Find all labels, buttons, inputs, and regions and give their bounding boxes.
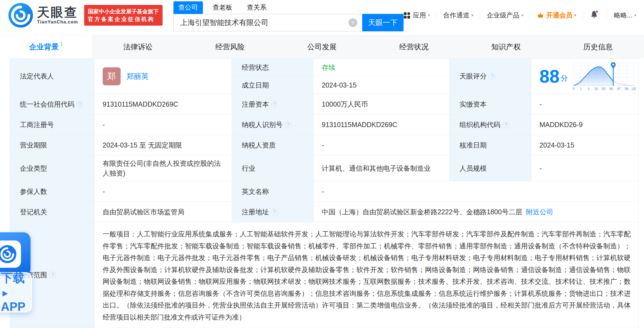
- chevron-down-icon: ▾: [521, 13, 523, 18]
- tianyancha-logo-icon: [8, 3, 33, 28]
- chevron-down-icon: ▾: [574, 13, 576, 18]
- nearby-companies-link[interactable]: 附近公司: [526, 207, 553, 216]
- nav-divider: [480, 11, 480, 19]
- help-icon[interactable]: ?: [49, 272, 56, 278]
- nav-user-menu[interactable]: 略略...▾: [614, 11, 636, 20]
- score-distribution-chart: 0 1 3 15 50 85 97 99 100: [572, 62, 636, 91]
- insured-value: -: [94, 181, 232, 202]
- staff-value: -: [531, 155, 639, 181]
- search-area: 查公司 查老板 查关系 × 天眼一下: [173, 1, 404, 31]
- clear-search-icon[interactable]: ×: [349, 18, 357, 27]
- score-value-cell: 88分 0 1 3: [531, 59, 639, 94]
- nav-apps[interactable]: 应用▾: [404, 11, 430, 20]
- nav-divider: [437, 11, 437, 19]
- industry-value: 计算机、通信和其他电子设备制造业: [314, 155, 450, 181]
- paid-capital-label: 实缴资本: [450, 94, 531, 115]
- notifications-bell[interactable]: [590, 10, 599, 21]
- table-row: 工商注册号 - 纳税人识别号? 91310115MADDKD269C 组织机构代…: [10, 115, 639, 135]
- top-nav: 应用▾ 合作通道▾ 企业级产品▾ 开通会员▾ 略略...▾: [404, 10, 636, 21]
- nav-divider: [607, 11, 607, 19]
- svg-text:0: 0: [573, 87, 575, 91]
- search-tab-company[interactable]: 查公司: [173, 1, 203, 14]
- help-icon[interactable]: ?: [77, 101, 83, 108]
- app-download-widget[interactable]: 下载▶ APP: [0, 232, 33, 312]
- apps-grid-icon: [404, 12, 410, 19]
- brand-name: 天眼查: [37, 6, 78, 19]
- search-input-wrap: ×: [173, 14, 362, 31]
- company-section-tabs: 企业背景 1 法律诉讼 经营风险 公司发展 经营状况 知识产权 历史信息: [0, 35, 644, 58]
- authority-value: 自由贸易试验区市场监管局: [94, 202, 232, 222]
- table-row: 经营范围? 一般项目：人工智能行业应用系统集成服务；人工智能基础软件开发；人工智…: [10, 222, 639, 328]
- crown-icon: [537, 12, 544, 19]
- address-text: 中国（上海）自由贸易试验区新金桥路2222号、金穗路1800号二层: [322, 207, 522, 216]
- tab-background[interactable]: 企业背景 1: [0, 35, 92, 58]
- avatar[interactable]: 郑: [103, 67, 121, 85]
- nav-enterprise-label: 企业级产品: [487, 11, 519, 20]
- company-type-label: 企业类型: [10, 155, 94, 181]
- uscc-label: 统一社会信用代码?: [10, 94, 94, 115]
- nav-divider: [530, 11, 530, 19]
- tab-development[interactable]: 公司发展: [276, 35, 368, 58]
- search-tabs: 查公司 查老板 查关系: [173, 1, 404, 14]
- company-info-table: 法定代表人 郑 郑丽英 经营状态 存续 成立日期 2024-03-15 天眼评分…: [10, 58, 639, 328]
- table-row: 成立日期 2024-03-15: [232, 76, 450, 94]
- svg-text:97: 97: [617, 87, 621, 91]
- tab-operation[interactable]: 经营状况: [368, 35, 460, 58]
- tianyancha-app-logo-icon: [0, 244, 17, 264]
- help-icon[interactable]: ?: [285, 121, 292, 128]
- address-value: 中国（上海）自由贸易试验区新金桥路2222号、金穗路1800号二层 附近公司: [314, 202, 639, 222]
- search-button[interactable]: 天眼一下: [362, 14, 404, 31]
- nav-enterprise[interactable]: 企业级产品▾: [487, 11, 523, 20]
- company-type-value: 有限责任公司(非自然人投资或控股的法人独资): [94, 155, 232, 181]
- tab-risk[interactable]: 经营风险: [184, 35, 276, 58]
- legal-rep-value: 郑 郑丽英: [94, 59, 232, 94]
- established-value: 2024-03-15: [313, 76, 450, 94]
- term-label: 营业期限: [10, 135, 94, 155]
- gov-certification-badge: 国家中小企业发展子基金旗下 官方备案企业征信机构: [84, 5, 163, 26]
- download-text: 下载: [1, 271, 25, 284]
- address-label: 注册地址?: [232, 202, 314, 222]
- search-input[interactable]: [173, 14, 362, 31]
- tax-id-value: 91310115MADDKD269C: [314, 115, 450, 135]
- chevron-down-icon: ▾: [471, 13, 474, 18]
- download-app-badge: 下载▶ APP: [0, 272, 32, 312]
- tab-ip[interactable]: 知识产权: [460, 35, 552, 58]
- established-label: 成立日期: [232, 76, 313, 94]
- help-icon[interactable]: ?: [502, 121, 509, 128]
- tianyancha-logo[interactable]: 天眼查 TianYanCha.com: [8, 3, 78, 28]
- tab-history[interactable]: 历史信息: [552, 35, 644, 58]
- help-icon[interactable]: ?: [271, 101, 278, 108]
- nav-apps-label: 应用: [413, 11, 426, 20]
- tab-background-count: 1: [60, 41, 63, 47]
- nav-cooperation[interactable]: 合作通道▾: [443, 11, 474, 20]
- app-plaque: [0, 232, 30, 276]
- search-tab-boss[interactable]: 查老板: [208, 1, 237, 14]
- table-row: 营业期限 2024-03-15 至 无固定期限 纳税人资质 - 核准日期 202…: [10, 135, 639, 155]
- reg-no-label: 工商注册号: [10, 115, 94, 135]
- nav-vip[interactable]: 开通会员▾: [537, 11, 576, 20]
- approval-label: 核准日期: [450, 135, 531, 155]
- search-box: × 天眼一下: [173, 14, 404, 31]
- tax-qual-value: -: [314, 135, 450, 155]
- table-row: 企业类型 有限责任公司(非自然人投资或控股的法人独资) 行业 计算机、通信和其他…: [10, 155, 639, 181]
- nav-divider: [583, 11, 583, 19]
- search-tab-relation[interactable]: 查关系: [242, 1, 271, 14]
- authority-label: 登记机关: [10, 202, 94, 222]
- table-row: 登记机关 自由贸易试验区市场监管局 注册地址? 中国（上海）自由贸易试验区新金桥…: [10, 202, 639, 222]
- help-icon[interactable]: ?: [271, 209, 278, 215]
- tab-lawsuit[interactable]: 法律诉讼: [92, 35, 184, 58]
- chevron-down-icon: ▾: [634, 13, 636, 18]
- status-label: 经营状态: [232, 59, 313, 76]
- table-row: 法定代表人 郑 郑丽英 经营状态 存续 成立日期 2024-03-15 天眼评分…: [10, 59, 639, 94]
- play-icon: ▶: [2, 289, 8, 297]
- nav-cooperation-label: 合作通道: [443, 11, 469, 20]
- help-icon[interactable]: ?: [489, 73, 496, 80]
- app-text: APP: [1, 300, 31, 314]
- legal-rep-name-link[interactable]: 郑丽英: [127, 71, 149, 81]
- tab-background-label: 企业背景: [29, 42, 59, 52]
- svg-text:50: 50: [602, 87, 606, 91]
- nav-vip-label: 开通会员: [546, 11, 572, 20]
- svg-text:100: 100: [631, 87, 636, 91]
- svg-text:3: 3: [588, 87, 590, 91]
- paid-capital-value: -: [531, 94, 639, 115]
